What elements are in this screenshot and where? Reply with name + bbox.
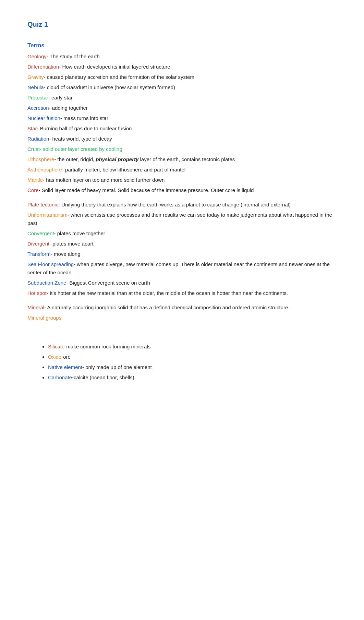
list-item-silicate: Silicate-make common rock forming minera… xyxy=(48,343,337,351)
term-def-native-element: - only made up of one element xyxy=(82,364,152,370)
term-label-sea-floor-spreading: Sea Floor spreading xyxy=(27,261,74,267)
term-label-geology: Geology xyxy=(27,53,47,59)
term-core: Core- Solid layer made of heavy metal. S… xyxy=(27,186,337,194)
term-label-nebula: Nebula xyxy=(27,84,44,90)
term-label-crust: Crust- solid outer layer created by cool… xyxy=(27,146,122,152)
term-geology: Geology- The study of the earth xyxy=(27,52,337,61)
term-label-native-element: Native element xyxy=(48,364,82,370)
term-def-star: - Burning ball of gas due to nuclear fus… xyxy=(37,126,132,131)
bullet-section: Silicate-make common rock forming minera… xyxy=(27,343,337,382)
term-def-oxide: -ore xyxy=(61,354,71,360)
terms-heading: Terms xyxy=(27,42,337,49)
term-label-divergent: Divergent xyxy=(27,241,49,247)
term-divergent: Divergent- plates move apart xyxy=(27,240,337,248)
term-def-transform: - move along xyxy=(51,251,81,257)
term-hot-spot: Hot spot- It's hotter at the new materia… xyxy=(27,289,337,297)
term-nebula: Nebula- cloud of Gas/dust in universe (h… xyxy=(27,83,337,92)
plate-tectonic-group: Plate tectonic- Unifying theory that exp… xyxy=(27,201,337,297)
term-crust: Crust- solid outer layer created by cool… xyxy=(27,145,337,153)
term-def-mantle: - has molten layer on top and more solid… xyxy=(43,177,165,183)
term-def-divergent: - plates move apart xyxy=(49,241,93,247)
term-def-uniformitarianism: - when scientists use processes and thei… xyxy=(27,212,332,226)
term-mineral-groups: Mineral groups xyxy=(27,314,337,322)
term-def-silicate: -make common rock forming minerals xyxy=(64,344,150,349)
term-mineral: Mineral- A naturally occurring inorganic… xyxy=(27,303,337,312)
term-def-hot-spot: - It's hotter at the new material than a… xyxy=(47,290,288,296)
term-def-nuclear-fusion: - mass turns into star xyxy=(60,115,108,121)
mineral-group: Mineral- A naturally occurring inorganic… xyxy=(27,303,337,322)
term-label-star: Star xyxy=(27,126,37,131)
term-convergent: Convergent- plates move together xyxy=(27,229,337,238)
term-protostar: Protostar- early star xyxy=(27,94,337,102)
term-label-plate-tectonic: Plate tectonic xyxy=(27,202,58,207)
term-label-transform: Transform xyxy=(27,251,51,257)
term-label-radiation: Radiation xyxy=(27,136,49,142)
term-label-gravity: Gravity xyxy=(27,74,44,80)
term-label-nuclear-fusion: Nuclear fusion xyxy=(27,115,60,121)
term-label-mantle: Mantle xyxy=(27,177,43,183)
terms-group-1: Geology- The study of the earth Differen… xyxy=(27,52,337,194)
term-transform: Transform- move along xyxy=(27,250,337,258)
term-label-uniformitarianism: Uniformitarianism xyxy=(27,212,68,218)
term-label-subduction-zone: Subduction Zone xyxy=(27,280,66,286)
term-gravity: Gravity- caused planetary accretion and … xyxy=(27,73,337,81)
term-label-core: Core xyxy=(27,187,39,193)
term-def-core: - Solid layer made of heavy metal. Solid… xyxy=(39,187,254,193)
term-lithosphere: Lithosphere- the outer, ridgid, physical… xyxy=(27,155,337,164)
term-def-radiation: - heats world, type of decay xyxy=(49,136,112,142)
term-def-geology: - The study of the earth xyxy=(47,53,100,59)
term-def-plate-tectonic: - Unifying theory that explains how the … xyxy=(58,202,291,207)
term-mantle: Mantle- has molten layer on top and more… xyxy=(27,176,337,184)
page-title: Quiz 1 xyxy=(27,21,337,28)
term-accretion: Accretion- adding together xyxy=(27,104,337,112)
term-def-asthenosphere: - partially molten, below lithosphere an… xyxy=(62,167,185,172)
term-label-differentiation: Differentiation xyxy=(27,64,59,70)
list-item-native-element: Native element- only made up of one elem… xyxy=(48,363,337,371)
term-def-convergent: - plates move together xyxy=(54,230,105,236)
term-star: Star- Burning ball of gas due to nuclear… xyxy=(27,124,337,133)
list-item-carbonate: Carbonate-calcite (ocean floor, shells) xyxy=(48,373,337,382)
term-def-carbonate: -calcite (ocean floor, shells) xyxy=(72,374,134,380)
term-def-accretion: - adding together xyxy=(49,105,88,111)
list-item-oxide: Oxide-ore xyxy=(48,353,337,361)
term-label-silicate: Silicate xyxy=(48,344,64,349)
term-label-convergent: Convergent xyxy=(27,230,54,236)
terms-section: Terms Geology- The study of the earth Di… xyxy=(27,42,337,382)
term-label-carbonate: Carbonate xyxy=(48,374,72,380)
term-def-mineral: - A naturally occurring inorganic solid … xyxy=(44,305,289,310)
term-def-lithosphere: - the outer, ridgid, physical property l… xyxy=(54,156,235,162)
term-label-oxide: Oxide xyxy=(48,354,61,360)
term-uniformitarianism: Uniformitarianism- when scientists use p… xyxy=(27,211,337,227)
term-label-mineral-groups: Mineral groups xyxy=(27,315,61,321)
term-differentiation: Differentiation- How earth developed its… xyxy=(27,63,337,71)
term-label-asthenosphere: Asthenosphere xyxy=(27,167,62,172)
term-subduction-zone: Subduction Zone- Biggest Convergent scen… xyxy=(27,279,337,287)
term-def-protostar: - early star xyxy=(48,95,73,100)
term-nuclear-fusion: Nuclear fusion- mass turns into star xyxy=(27,114,337,122)
mineral-groups-list: Silicate-make common rock forming minera… xyxy=(48,343,337,382)
term-plate-tectonic: Plate tectonic- Unifying theory that exp… xyxy=(27,201,337,209)
term-def-nebula: - cloud of Gas/dust in universe (how sol… xyxy=(44,84,175,90)
term-label-lithosphere: Lithosphere xyxy=(27,156,54,162)
term-label-protostar: Protostar xyxy=(27,95,48,100)
term-label-mineral: Mineral xyxy=(27,305,44,310)
term-asthenosphere: Asthenosphere- partially molten, below l… xyxy=(27,166,337,174)
term-def-differentiation: - How earth developed its initial layere… xyxy=(59,64,170,70)
term-radiation: Radiation- heats world, type of decay xyxy=(27,135,337,143)
term-label-accretion: Accretion xyxy=(27,105,49,111)
term-sea-floor-spreading: Sea Floor spreading- when plates diverge… xyxy=(27,260,337,277)
term-label-hot-spot: Hot spot xyxy=(27,290,47,296)
term-def-subduction-zone: - Biggest Convergent scene on earth xyxy=(66,280,150,286)
term-def-gravity: - caused planetary accretion and the for… xyxy=(44,74,194,80)
